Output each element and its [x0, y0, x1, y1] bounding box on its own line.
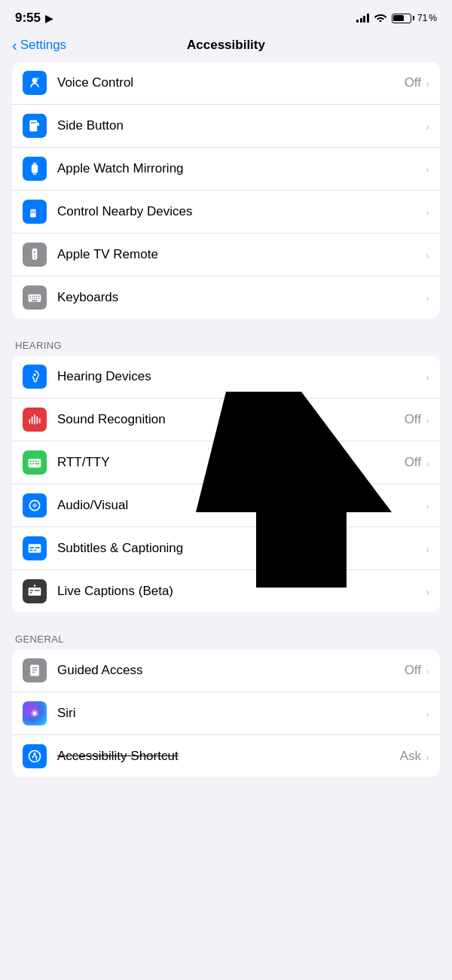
audio-visual-label: Audio/Visual — [57, 498, 426, 513]
svg-point-56 — [29, 751, 41, 762]
svg-rect-17 — [38, 296, 40, 298]
guided-access-value: Off — [405, 663, 421, 678]
svg-rect-4 — [32, 164, 38, 173]
row-rtt-tty[interactable]: RTT/TTY Off › — [12, 441, 440, 484]
row-control-nearby[interactable]: Control Nearby Devices › — [12, 191, 440, 234]
sound-recognition-icon — [23, 408, 47, 432]
settings-group-general: Guided Access Off › Siri › Accessibility… — [12, 649, 440, 777]
section-hearing-header: HEARING — [0, 334, 452, 356]
svg-point-0 — [32, 78, 38, 83]
status-time: 9:55 ▶ — [15, 11, 53, 26]
accessibility-shortcut-icon — [23, 744, 47, 768]
svg-point-49 — [34, 585, 36, 587]
accessibility-shortcut-chevron: › — [426, 750, 429, 763]
svg-rect-6 — [33, 173, 37, 176]
svg-rect-45 — [29, 588, 41, 596]
row-voice-control[interactable]: Voice Control Off › — [12, 62, 440, 105]
row-keyboards[interactable]: Keyboards › — [12, 276, 440, 319]
row-live-captions[interactable]: Live Captions (Beta) › — [12, 570, 440, 612]
sound-recognition-chevron: › — [426, 414, 429, 426]
row-side-button[interactable]: Side Button › — [12, 105, 440, 148]
chevron-left-icon: ‹ — [12, 37, 17, 54]
subtitles-captioning-chevron: › — [426, 542, 429, 555]
section-interaction: Voice Control Off › Side Button › Apple … — [0, 62, 452, 319]
battery-icon: 71 % — [392, 13, 437, 23]
svg-rect-16 — [36, 296, 38, 298]
svg-rect-18 — [29, 298, 31, 299]
wifi-icon — [374, 12, 387, 24]
guided-access-icon — [23, 658, 47, 682]
side-button-icon — [23, 114, 47, 138]
svg-rect-33 — [35, 461, 38, 463]
location-icon: ▶ — [45, 13, 53, 24]
svg-rect-51 — [32, 667, 38, 668]
row-hearing-devices[interactable]: Hearing Devices › — [12, 356, 440, 398]
svg-rect-44 — [34, 550, 36, 551]
settings-group-interaction: Voice Control Off › Side Button › Apple … — [12, 62, 440, 319]
svg-rect-48 — [29, 592, 32, 593]
apple-tv-remote-label: Apple TV Remote — [57, 247, 426, 262]
svg-rect-47 — [35, 590, 40, 591]
row-guided-access[interactable]: Guided Access Off › — [12, 649, 440, 692]
row-apple-watch-mirroring[interactable]: Apple Watch Mirroring › — [12, 148, 440, 191]
svg-rect-28 — [37, 417, 38, 424]
rtt-tty-value: Off — [405, 455, 421, 470]
apple-watch-mirroring-label: Apple Watch Mirroring — [57, 161, 426, 176]
signal-icon — [356, 14, 369, 23]
row-apple-tv-remote[interactable]: Apple TV Remote › — [12, 234, 440, 276]
svg-point-55 — [33, 712, 37, 716]
side-button-chevron: › — [426, 120, 429, 133]
row-subtitles-captioning[interactable]: Subtitles & Captioning › — [12, 527, 440, 570]
nav-header: ‹ Settings Accessibility — [0, 32, 452, 62]
row-audio-visual[interactable]: Audio/Visual › — [12, 484, 440, 527]
apple-watch-icon — [23, 157, 47, 181]
voice-control-icon — [23, 71, 47, 95]
row-sound-recognition[interactable]: Sound Recognition Off › — [12, 398, 440, 441]
voice-control-value: Off — [405, 75, 421, 90]
siri-icon — [23, 701, 47, 725]
svg-point-10 — [34, 255, 35, 256]
row-accessibility-shortcut[interactable]: Accessibility Shortcut Ask › — [12, 735, 440, 777]
svg-rect-53 — [32, 672, 35, 673]
sound-recognition-value: Off — [405, 412, 421, 427]
live-captions-label: Live Captions (Beta) — [57, 584, 426, 599]
control-nearby-chevron: › — [426, 206, 429, 218]
accessibility-shortcut-label: Accessibility Shortcut — [57, 749, 400, 764]
back-button[interactable]: ‹ Settings — [12, 37, 66, 54]
svg-rect-5 — [33, 163, 37, 165]
settings-group-hearing: Hearing Devices › Sound Recognition Off … — [12, 356, 440, 612]
svg-rect-31 — [29, 461, 32, 463]
section-general: GENERAL Guided Access Off › Siri › Acces… — [0, 627, 452, 777]
svg-point-9 — [34, 251, 36, 253]
svg-rect-19 — [32, 298, 33, 299]
svg-rect-37 — [35, 463, 39, 465]
audio-visual-chevron: › — [426, 499, 429, 512]
row-siri[interactable]: Siri › — [12, 692, 440, 735]
svg-rect-35 — [29, 463, 32, 465]
side-button-label: Side Button — [57, 118, 426, 133]
svg-rect-2 — [29, 121, 37, 132]
svg-rect-23 — [32, 300, 38, 301]
hearing-devices-label: Hearing Devices — [57, 369, 426, 384]
sound-recognition-label: Sound Recognition — [57, 412, 405, 427]
guided-access-label: Guided Access — [57, 663, 405, 678]
live-captions-icon — [23, 579, 47, 603]
svg-rect-42 — [35, 547, 40, 548]
svg-rect-25 — [29, 419, 31, 424]
svg-rect-29 — [39, 418, 41, 423]
svg-point-1 — [37, 78, 39, 80]
apple-watch-chevron: › — [426, 163, 429, 176]
voice-control-label: Voice Control — [57, 75, 405, 90]
svg-point-57 — [33, 753, 35, 755]
rtt-tty-chevron: › — [426, 456, 429, 469]
subtitles-captioning-icon — [23, 536, 47, 560]
svg-rect-43 — [29, 550, 32, 551]
svg-rect-32 — [32, 461, 35, 463]
rtt-tty-label: RTT/TTY — [57, 455, 405, 470]
subtitles-captioning-label: Subtitles & Captioning — [57, 541, 426, 556]
hearing-devices-chevron: › — [426, 371, 429, 383]
svg-rect-46 — [29, 590, 33, 591]
siri-label: Siri — [57, 706, 426, 721]
status-icons: 71 % — [356, 12, 437, 24]
guided-access-chevron: › — [426, 664, 429, 677]
